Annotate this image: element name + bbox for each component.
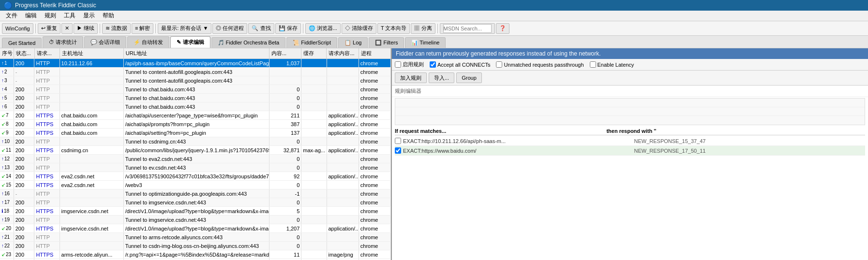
col-header-status[interactable]: 状态... xyxy=(14,48,35,58)
traffic-row[interactable]: ℹ18 200 HTTPS imgservice.csdn.net /direc… xyxy=(0,207,391,216)
any-process-button[interactable]: ◎ 任何进程 xyxy=(212,23,247,34)
col-header-cache[interactable]: 缓存 xyxy=(301,48,327,58)
traffic-row[interactable]: ↑19 200 HTTP Tunnel to imgservice.csdn.n… xyxy=(0,216,391,224)
text-dir-button[interactable]: T 文本向导 xyxy=(377,23,410,34)
traffic-row[interactable]: ↙11 200 HTTPS csdnimg.cn /public/common/… xyxy=(0,146,391,155)
replay-button[interactable]: ↩ 重复 xyxy=(38,23,60,34)
traffic-row[interactable]: ↑2 - HTTP Tunnel to content-autofill.goo… xyxy=(0,68,391,76)
row-icon: ↙ xyxy=(1,252,5,257)
traffic-row[interactable]: ↙20 200 HTTPS imgservice.csdn.net /direc… xyxy=(0,224,391,233)
show-all-button[interactable]: 最显示: 所有会话 ▼ xyxy=(158,23,211,34)
tab-request-stats[interactable]: ⏱ 请求统计 xyxy=(43,36,83,48)
traffic-row[interactable]: ↙23 200 HTTPS arms-retcode.aliyun... /r.… xyxy=(0,250,391,259)
cell-body xyxy=(327,68,359,76)
enable-latency-checkbox[interactable] xyxy=(590,61,596,68)
split-button[interactable]: ▥ 分离 xyxy=(411,23,435,34)
toolbar-sep-3 xyxy=(155,24,156,33)
browse-button[interactable]: 🌐 浏览器... xyxy=(305,23,341,34)
traffic-list[interactable]: ↑1 200 HTTP 10.211.12.66 /api/ph-saas-ib… xyxy=(0,59,391,260)
winconfig-button[interactable]: WinConfig xyxy=(2,23,33,34)
cell-num: ↙20 xyxy=(0,224,14,232)
traffic-row[interactable]: ↙9 200 HTTPS chat.baidu.com /aichat/api/… xyxy=(0,129,391,137)
traffic-row[interactable]: ↑6 200 HTTP Tunnel to chat.baidu.com:443… xyxy=(0,102,391,111)
menu-file[interactable]: 文件 xyxy=(2,11,21,21)
clear-cache-button[interactable]: ◇ 清除缓存 xyxy=(342,23,376,34)
group-button[interactable]: Group xyxy=(456,72,482,83)
traffic-row[interactable]: ↑3 - HTTP Tunnel to content-autofill.goo… xyxy=(0,76,391,85)
rule-row-1[interactable]: EXACT:http://10.211.12.66/api/ph-saas-m.… xyxy=(395,136,865,146)
traffic-row[interactable]: ↙14 200 HTTPS eva2.csdn.net /v3/06981375… xyxy=(0,172,391,181)
cell-body xyxy=(327,233,359,241)
col-header-process[interactable]: 进程 xyxy=(359,48,391,58)
toolbar-sep-4 xyxy=(303,24,303,33)
find-button[interactable]: 🔍 查找 xyxy=(248,23,274,34)
checkbox-unmatched[interactable]: Unmatched requests passthrough xyxy=(496,61,584,68)
menu-tools[interactable]: 工具 xyxy=(60,11,79,21)
rules-editor[interactable] xyxy=(395,98,865,125)
menu-rules[interactable]: 规则 xyxy=(41,11,60,21)
menu-edit[interactable]: 编辑 xyxy=(21,11,41,21)
col-header-num[interactable]: 序号 xyxy=(0,48,14,58)
msdn-button[interactable] xyxy=(440,23,495,34)
tab-log[interactable]: 📋 Log xyxy=(338,37,368,48)
traffic-row[interactable]: ↙7 200 HTTPS chat.baidu.com /aichat/api/… xyxy=(0,111,391,120)
traffic-row[interactable]: ↑1 200 HTTP 10.211.12.66 /api/ph-saas-ib… xyxy=(0,59,391,68)
cell-status: 200 xyxy=(14,250,35,259)
remove-button[interactable]: ✕ xyxy=(61,23,73,34)
col-header-url[interactable]: URL地址 xyxy=(124,48,269,58)
rule-2-checkbox[interactable] xyxy=(395,147,401,154)
tab-timeline[interactable]: 📊 Timeline xyxy=(405,37,446,48)
cell-method: HTTPS xyxy=(34,129,60,137)
tab-filters[interactable]: 🔲 Filters xyxy=(369,37,404,48)
cell-size: 0 xyxy=(269,94,301,102)
traffic-row[interactable]: ↑5 200 HTTP Tunnel to chat.baidu.com:443… xyxy=(0,94,391,102)
tab-session-detail[interactable]: 💬 会话详细 xyxy=(84,36,126,48)
save-button[interactable]: 💾 保存 xyxy=(275,23,301,34)
traffic-row[interactable]: ↑10 200 HTTP Tunnel to csdnimg.cn:443 0 … xyxy=(0,137,391,146)
menu-help[interactable]: 帮助 xyxy=(99,11,118,21)
tab-request-editor[interactable]: ✎ 请求编辑 xyxy=(170,36,210,48)
decode-button[interactable]: ≡ 解密 xyxy=(132,23,153,34)
cell-num: ↑17 xyxy=(0,198,14,206)
enable-rules-checkbox[interactable] xyxy=(395,61,401,68)
traffic-row[interactable]: ↑17 200 HTTP Tunnel to imgservice.csdn.n… xyxy=(0,198,391,207)
tab-get-started[interactable]: Get Started xyxy=(2,38,42,48)
traffic-row[interactable]: ↙15 200 HTTPS eva2.csdn.net /webv3 0 chr… xyxy=(0,181,391,189)
left-panel: 序号 状态... 请求... 主机地址 URL地址 内容... 缓存 请求内容.… xyxy=(0,48,392,260)
cell-host: chat.baidu.com xyxy=(60,111,124,119)
tab-orchestra[interactable]: 🎵 Fiddler Orchestra Beta xyxy=(211,37,286,48)
col-header-body[interactable]: 请求内容... xyxy=(327,48,359,58)
help-button[interactable]: ❓ xyxy=(496,23,509,34)
traffic-row[interactable]: ↑21 200 HTTP Tunnel to arms-retcode.aliy… xyxy=(0,233,391,242)
add-rule-button[interactable]: 加入规则 xyxy=(395,72,427,83)
msdn-search-input[interactable] xyxy=(443,24,492,33)
stream-button[interactable]: ≋ 流数据 xyxy=(102,23,131,34)
traffic-row[interactable]: ↑12 200 HTTP Tunnel to eva2.csdn.net:443… xyxy=(0,155,391,163)
row-icon: ↑ xyxy=(1,69,4,74)
traffic-row[interactable]: ↑16 - HTTP Tunnel to optimizationguide-p… xyxy=(0,189,391,198)
checkbox-accept-connects[interactable]: Accept all CONNECTs xyxy=(430,61,490,68)
col-header-content[interactable]: 内容... xyxy=(269,48,301,58)
rule-1-checkbox[interactable] xyxy=(395,138,401,144)
tab-autoresponder[interactable]: ⚡ 自动转发 xyxy=(127,36,169,48)
traffic-row[interactable]: ↑13 200 HTTP Tunnel to ev.csdn.net:443 0… xyxy=(0,163,391,172)
accept-connects-checkbox[interactable] xyxy=(430,61,436,68)
cell-url: /api/ph-saas-ibmp/baseCommon/queryCommon… xyxy=(124,59,269,67)
cell-cache xyxy=(301,94,327,102)
resume-button[interactable]: ▶ 继续 xyxy=(74,23,98,34)
col-header-host[interactable]: 主机地址 xyxy=(60,48,124,58)
col-header-method[interactable]: 请求... xyxy=(35,48,60,58)
checkbox-enable-latency[interactable]: Enable Latency xyxy=(590,61,634,68)
menu-view[interactable]: 显示 xyxy=(79,11,99,21)
import-button[interactable]: 导入... xyxy=(429,72,454,83)
tab-fiddlerscript[interactable]: 📜 FiddlerScript xyxy=(286,37,337,48)
traffic-row[interactable]: ↙8 200 HTTPS chat.baidu.com /aichat/api/… xyxy=(0,120,391,129)
traffic-row[interactable]: ↑4 200 HTTP Tunnel to chat.baidu.com:443… xyxy=(0,85,391,94)
cell-method: HTTP xyxy=(34,68,60,76)
unmatched-checkbox[interactable] xyxy=(496,61,502,68)
cell-host: 10.211.12.66 xyxy=(60,59,124,67)
checkbox-enable-rules[interactable]: 启用规则 xyxy=(395,61,424,68)
rule-row-2[interactable]: EXACT:https://www.baidu.com/ NEW_RESPONS… xyxy=(395,146,865,156)
traffic-row[interactable]: ↑22 200 HTTP Tunnel to csdn-img-blog.oss… xyxy=(0,242,391,250)
cell-status: - xyxy=(14,76,35,85)
